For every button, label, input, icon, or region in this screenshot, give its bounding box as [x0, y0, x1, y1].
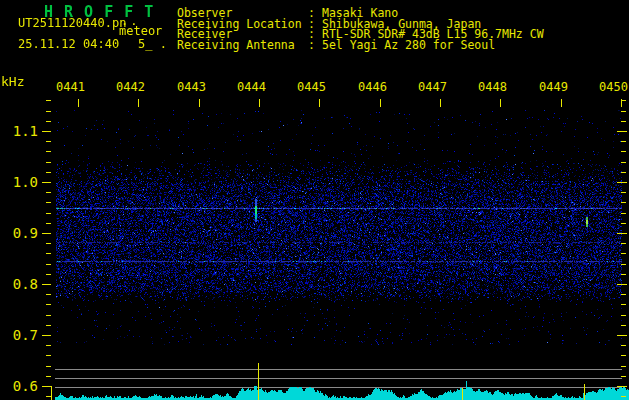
output-filename: UT2511120440.pn [18, 16, 126, 30]
frequency-unit-label: kHz [1, 74, 24, 89]
date-time-suffix: 5_ . [138, 37, 167, 51]
spectrogram-canvas [0, 0, 629, 400]
hrofft-screen: H R O F F T UT2511120440.pn .. meteor 25… [0, 0, 629, 400]
date-time-label: 25.11.12 04:40 [18, 37, 119, 51]
observation-name-label: meteor [119, 24, 162, 38]
